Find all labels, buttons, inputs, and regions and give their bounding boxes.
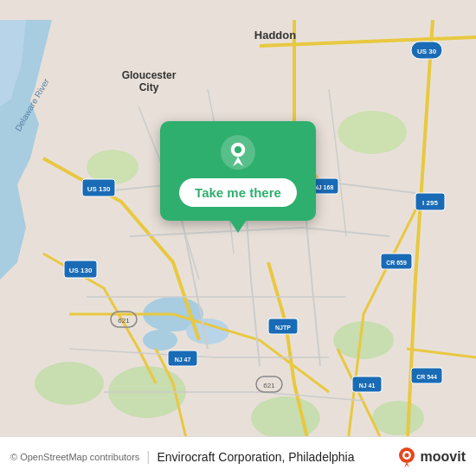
copyright-text: © OpenStreetMap contributors — [10, 452, 139, 462]
svg-text:621: 621 — [263, 382, 275, 389]
svg-point-3 — [143, 330, 177, 351]
svg-text:Gloucester: Gloucester — [122, 69, 177, 81]
svg-text:US 30: US 30 — [417, 48, 437, 55]
moovit-brand-text: moovit — [421, 449, 466, 465]
svg-text:CR 544: CR 544 — [416, 374, 437, 380]
svg-text:NJTP: NJTP — [275, 325, 291, 331]
moovit-logo: moovit — [396, 447, 466, 467]
bottom-info-bar: © OpenStreetMap contributors | Envirocra… — [0, 436, 476, 476]
take-me-there-button[interactable]: Take me there — [179, 178, 297, 207]
bottom-info-section: © OpenStreetMap contributors | Envirocra… — [10, 449, 355, 465]
moovit-icon — [396, 447, 417, 467]
svg-text:NJ 168: NJ 168 — [314, 184, 334, 190]
svg-text:City: City — [139, 81, 159, 93]
svg-text:I 295: I 295 — [422, 199, 438, 207]
map-container: US 130 US 130 NJ 168 NJ 168 US 30 I 295 … — [0, 0, 476, 476]
svg-point-6 — [333, 321, 394, 359]
location-pin-icon — [219, 133, 257, 171]
svg-point-5 — [251, 396, 320, 440]
svg-text:US 130: US 130 — [87, 185, 111, 193]
svg-point-10 — [338, 111, 407, 154]
map-background: US 130 US 130 NJ 168 NJ 168 US 30 I 295 … — [0, 0, 476, 476]
location-name: Envirocraft Corporation, Philadelphia — [158, 450, 355, 464]
svg-text:NJ 41: NJ 41 — [359, 383, 376, 389]
svg-text:Haddon: Haddon — [254, 29, 296, 42]
svg-point-7 — [35, 362, 104, 405]
svg-text:US 130: US 130 — [69, 267, 93, 274]
svg-point-8 — [372, 401, 424, 435]
svg-point-43 — [235, 146, 241, 153]
svg-text:621: 621 — [118, 317, 130, 325]
location-popup: Take me there — [160, 121, 316, 221]
svg-text:CR 659: CR 659 — [386, 260, 407, 266]
popup-tail — [229, 220, 247, 233]
svg-text:NJ 47: NJ 47 — [175, 357, 191, 363]
svg-point-46 — [404, 453, 408, 457]
